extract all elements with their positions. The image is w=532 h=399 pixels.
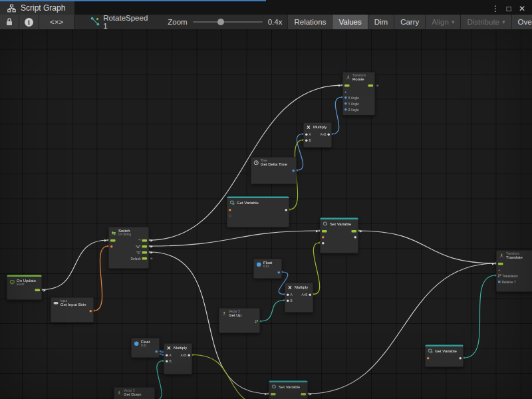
flow-port[interactable] <box>142 245 148 248</box>
port-label: Z Angle <box>348 108 359 112</box>
node-multiply-top[interactable]: ✕MultiplyAA×BB <box>303 122 332 148</box>
value-port[interactable] <box>328 133 331 136</box>
window-controls: ⋮ □ ✕ <box>489 3 532 15</box>
transform-port[interactable]: + <box>344 90 347 94</box>
value-port[interactable] <box>344 108 347 111</box>
value-port[interactable] <box>110 245 113 248</box>
value-port[interactable] <box>287 293 289 296</box>
node-rotate[interactable]: TransformRotate▶▶+X AngleY AngleZ Angle <box>342 72 375 116</box>
flow-port[interactable] <box>142 239 148 242</box>
tab-script-graph[interactable]: Script Graph <box>0 1 74 15</box>
node-on-update[interactable]: On UpdateEvent▶ <box>7 275 42 300</box>
vector3-port[interactable] <box>498 274 501 277</box>
flow-arrow-icon: ▶ <box>377 84 379 87</box>
view-button-overview[interactable]: Overview <box>511 15 532 29</box>
flow-port[interactable] <box>368 84 374 87</box>
value-port[interactable] <box>354 236 357 239</box>
value-port[interactable] <box>166 354 168 356</box>
node-get-input[interactable]: InputGet Input Strin <box>51 297 94 323</box>
graph-breadcrumb[interactable]: RotateSpeed 1 <box>84 15 154 29</box>
node-get-down[interactable]: Vector 3Get Down <box>114 387 155 399</box>
port-row: Translation <box>497 273 532 279</box>
port-label: "" <box>138 239 140 243</box>
node-set-variable-bottom[interactable]: Set Variable▶▶ <box>269 380 308 399</box>
flow-port[interactable] <box>271 393 276 396</box>
value-port[interactable] <box>156 350 158 353</box>
flow-arrow-icon: ▶ <box>104 239 106 242</box>
value-port[interactable] <box>309 293 312 296</box>
port-label: A×B <box>180 353 186 357</box>
value-port[interactable] <box>427 357 430 360</box>
value-port[interactable] <box>322 242 325 245</box>
value-port[interactable] <box>287 299 289 302</box>
view-button-align[interactable]: Align▾ <box>425 15 460 29</box>
flow-port[interactable] <box>322 230 327 233</box>
value-port[interactable] <box>188 354 191 356</box>
port-label: "W" <box>136 245 141 249</box>
value-port[interactable] <box>305 133 308 136</box>
maximize-button[interactable]: □ <box>503 3 515 15</box>
port-row <box>321 240 358 246</box>
port-label: B <box>309 138 311 142</box>
transform-port[interactable]: + <box>498 268 501 272</box>
flow-port[interactable] <box>352 230 357 233</box>
node-get-delta-time[interactable]: TimeGet Delta Time <box>251 157 297 184</box>
flow-port[interactable] <box>142 257 148 260</box>
focus-accent-line <box>0 0 266 1</box>
flow-port[interactable] <box>35 289 41 291</box>
view-button-values[interactable]: Values <box>332 15 367 29</box>
value-port[interactable] <box>305 139 308 142</box>
value-port[interactable] <box>460 357 462 360</box>
value-port[interactable] <box>285 209 288 211</box>
node-title: Get Variable <box>435 349 457 353</box>
object-port[interactable] <box>498 281 501 283</box>
node-get-variable-top[interactable]: Get Variable <box>227 196 289 227</box>
node-float-mid[interactable]: Float0.01 <box>253 259 282 279</box>
node-subtitle: 0.01 <box>263 265 272 268</box>
node-get-up[interactable]: Vector 3Get Up <box>219 308 260 333</box>
value-port[interactable] <box>344 102 347 105</box>
close-button[interactable]: ✕ <box>516 3 528 15</box>
value-port[interactable] <box>90 310 92 313</box>
node-set-variable-mid[interactable]: Set Variable▶▶ <box>320 217 358 253</box>
multiply-icon: ✕ <box>166 345 172 351</box>
zoom-slider-thumb[interactable] <box>217 19 224 25</box>
port-row: "S"▶ <box>109 249 149 255</box>
lock-button[interactable] <box>0 15 19 29</box>
value-port[interactable] <box>344 96 347 99</box>
graph-canvas[interactable]: On UpdateEvent▶InputGet Input Strin⇆Swit… <box>0 29 532 399</box>
view-button-dim[interactable]: Dim <box>368 15 394 29</box>
info-button[interactable]: i <box>19 15 39 29</box>
flow-port[interactable] <box>110 239 116 242</box>
info-icon: i <box>25 18 33 27</box>
node-multiply-mid[interactable]: ✕MultiplyAA×BB <box>285 283 313 313</box>
value-port[interactable] <box>166 360 168 362</box>
vector3-port[interactable] <box>255 320 259 323</box>
window-menu-button[interactable]: ⋮ <box>489 3 501 15</box>
port-label: Default <box>130 257 140 261</box>
node-multiply-bottom[interactable]: ✕MultiplyAA×BB <box>164 343 192 374</box>
value-port[interactable] <box>322 236 325 239</box>
flow-port[interactable] <box>301 393 307 396</box>
flow-port[interactable] <box>498 263 503 265</box>
value-port[interactable] <box>229 209 231 211</box>
port-row <box>254 269 282 275</box>
node-title: Multiply <box>295 285 308 289</box>
multiply-icon: ✕ <box>287 285 293 291</box>
value-port[interactable] <box>293 170 295 172</box>
view-button-distribute[interactable]: Distribute▾ <box>460 15 511 29</box>
view-button-relations[interactable]: Relations <box>287 15 332 29</box>
node-get-variable-br[interactable]: Get Variable <box>425 344 464 367</box>
node-translate[interactable]: TransformTranslate▶+TranslationRelative … <box>496 250 532 292</box>
port-label: Y Angle <box>348 102 359 106</box>
node-switch[interactable]: ⇆SwitchOn String▶""▶"W"▶"S"▶Default▶ <box>108 227 149 269</box>
edit-graph-button[interactable]: <×> <box>39 15 74 29</box>
flow-port[interactable] <box>142 251 148 254</box>
flow-port[interactable] <box>344 84 350 87</box>
zoom-slider[interactable] <box>193 21 263 23</box>
view-button-carry[interactable]: Carry <box>394 15 425 29</box>
node-subtitle: 0.01 <box>141 344 150 347</box>
empty-port[interactable] <box>229 215 231 217</box>
value-port[interactable] <box>278 271 281 274</box>
node-float-bottom[interactable]: Float0.01 <box>131 338 160 358</box>
